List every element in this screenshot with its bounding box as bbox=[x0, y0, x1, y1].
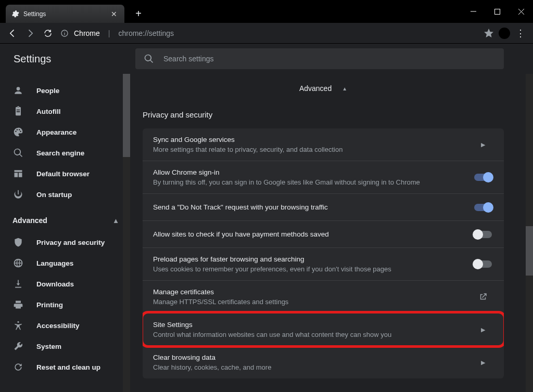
settings-row-allow-sites-to-check-if-you-have-payment-methods-saved[interactable]: Allow sites to check if you have payment… bbox=[143, 220, 504, 247]
power-icon bbox=[12, 189, 24, 200]
settings-row-send-a-do-not-track-request-with-your-browsing-traffic[interactable]: Send a "Do Not Track" request with your … bbox=[143, 193, 504, 220]
settings-header: Settings bbox=[0, 44, 533, 74]
restore-icon bbox=[12, 361, 24, 373]
advanced-section-toggle[interactable]: Advanced ▲ bbox=[143, 74, 504, 103]
gear-icon bbox=[11, 10, 19, 18]
search-icon bbox=[12, 147, 24, 159]
settings-row-site-settings[interactable]: Site SettingsControl what information we… bbox=[143, 313, 504, 346]
sidebar-item-label: Reset and clean up bbox=[36, 363, 100, 371]
sidebar-item-label: Downloads bbox=[36, 280, 74, 288]
main-scrollbar-thumb[interactable] bbox=[526, 226, 533, 276]
toggle-switch[interactable] bbox=[474, 204, 492, 211]
settings-row-preload-pages-for-faster-browsing-and-searching[interactable]: Preload pages for faster browsing and se… bbox=[143, 247, 504, 280]
sidebar-item-label: Privacy and security bbox=[36, 239, 105, 246]
sidebar-item-label: Languages bbox=[36, 259, 73, 267]
row-title: Manage certificates bbox=[153, 288, 465, 296]
sidebar-item-on-startup[interactable]: On startup bbox=[0, 184, 130, 205]
reload-button[interactable] bbox=[41, 26, 55, 41]
settings-row-clear-browsing-data[interactable]: Clear browsing dataClear history, cookie… bbox=[143, 346, 504, 378]
tab-strip: Settings ✕ + bbox=[0, 0, 461, 23]
sidebar-item-label: Default browser bbox=[36, 170, 90, 178]
profile-avatar[interactable] bbox=[499, 28, 510, 39]
window-close-button[interactable] bbox=[509, 0, 533, 23]
settings-row-sync-and-google-services[interactable]: Sync and Google servicesMore settings th… bbox=[143, 128, 504, 161]
sidebar-item-default-browser[interactable]: Default browser bbox=[0, 163, 130, 184]
sidebar-item-privacy-and-security[interactable]: Privacy and security bbox=[0, 232, 130, 253]
settings-sidebar: PeopleAutofillAppearanceSearch engineDef… bbox=[0, 74, 130, 392]
sidebar-item-label: Search engine bbox=[36, 149, 84, 157]
maximize-button[interactable] bbox=[485, 0, 509, 23]
sidebar-item-accessibility[interactable]: Accessibility bbox=[0, 315, 130, 336]
new-tab-button[interactable]: + bbox=[131, 6, 146, 21]
toggle-switch[interactable] bbox=[474, 174, 492, 181]
row-title: Site Settings bbox=[153, 321, 465, 329]
chevron-right-icon: ▶ bbox=[481, 359, 485, 366]
back-button[interactable] bbox=[5, 26, 20, 41]
row-title: Send a "Do Not Track" request with your … bbox=[153, 203, 465, 211]
row-title: Allow Chrome sign-in bbox=[153, 168, 465, 176]
print-icon bbox=[12, 299, 24, 310]
globe-icon bbox=[12, 257, 24, 269]
search-input[interactable] bbox=[163, 55, 496, 63]
shield-icon bbox=[12, 237, 24, 248]
chevron-right-icon: ▶ bbox=[481, 141, 485, 148]
minimize-button[interactable] bbox=[461, 0, 485, 23]
bookmark-star-icon[interactable] bbox=[484, 29, 493, 38]
tab-title: Settings bbox=[23, 10, 46, 18]
settings-search[interactable] bbox=[135, 48, 504, 69]
address-path: chrome://settings bbox=[118, 29, 174, 37]
person-icon bbox=[12, 85, 24, 96]
row-subtitle: Clear history, cookies, cache, and more bbox=[153, 363, 465, 371]
window-titlebar: Settings ✕ + bbox=[0, 0, 533, 23]
sidebar-item-label: On startup bbox=[36, 191, 72, 199]
browser-tab[interactable]: Settings ✕ bbox=[5, 4, 125, 23]
section-title: Privacy and security bbox=[143, 103, 504, 128]
sidebar-item-downloads[interactable]: Downloads bbox=[0, 273, 130, 294]
sidebar-item-search-engine[interactable]: Search engine bbox=[0, 142, 130, 163]
row-subtitle: Uses cookies to remember your preference… bbox=[153, 265, 465, 273]
sidebar-item-system[interactable]: System bbox=[0, 336, 130, 357]
toggle-switch[interactable] bbox=[474, 260, 492, 268]
open-external-icon bbox=[478, 292, 488, 302]
clipboard-icon bbox=[12, 106, 24, 117]
toggle-switch[interactable] bbox=[474, 231, 492, 238]
tab-close-button[interactable]: ✕ bbox=[109, 9, 119, 19]
sidebar-item-printing[interactable]: Printing bbox=[0, 294, 130, 315]
wrench-icon bbox=[12, 341, 24, 352]
browser-menu-button[interactable]: ⋮ bbox=[513, 28, 528, 39]
sidebar-item-languages[interactable]: Languages bbox=[0, 253, 130, 273]
settings-main: Advanced ▲ Privacy and security Sync and… bbox=[130, 74, 533, 392]
site-info-icon[interactable] bbox=[60, 29, 69, 37]
sidebar-item-reset-and-clean-up[interactable]: Reset and clean up bbox=[0, 357, 130, 377]
forward-button[interactable] bbox=[23, 26, 37, 41]
sidebar-item-appearance[interactable]: Appearance bbox=[0, 122, 130, 142]
sidebar-advanced-toggle[interactable]: Advanced ▴ bbox=[0, 209, 130, 232]
search-icon bbox=[144, 54, 154, 64]
sidebar-scrollbar-thumb[interactable] bbox=[123, 74, 130, 157]
svg-rect-0 bbox=[494, 9, 500, 14]
row-subtitle: Control what information websites can us… bbox=[153, 331, 465, 338]
browser-toolbar: Chrome | chrome://settings ⋮ bbox=[0, 23, 533, 44]
sidebar-item-label: Autofill bbox=[36, 108, 61, 115]
row-subtitle: By turning this off, you can sign in to … bbox=[153, 178, 465, 186]
row-subtitle: Manage HTTPS/SSL certificates and settin… bbox=[153, 298, 465, 306]
settings-row-allow-chrome-sign-in[interactable]: Allow Chrome sign-inBy turning this off,… bbox=[143, 161, 504, 193]
sidebar-item-label: Appearance bbox=[36, 128, 77, 136]
window-controls bbox=[461, 0, 533, 23]
row-title: Clear browsing data bbox=[153, 354, 465, 361]
sidebar-item-label: Printing bbox=[36, 301, 63, 309]
browser-icon bbox=[12, 168, 24, 179]
address-bar[interactable]: Chrome | chrome://settings bbox=[58, 26, 496, 41]
chevron-right-icon: ▶ bbox=[481, 326, 485, 333]
row-subtitle: More settings that relate to privacy, se… bbox=[153, 146, 465, 153]
row-title: Sync and Google services bbox=[153, 136, 465, 143]
page-title: Settings bbox=[0, 53, 135, 65]
privacy-card: Sync and Google servicesMore settings th… bbox=[143, 128, 504, 378]
sidebar-item-label: Accessibility bbox=[36, 322, 80, 330]
sidebar-item-people[interactable]: People bbox=[0, 80, 130, 101]
chevron-up-icon: ▴ bbox=[114, 216, 118, 225]
row-title: Allow sites to check if you have payment… bbox=[153, 230, 465, 238]
sidebar-item-autofill[interactable]: Autofill bbox=[0, 101, 130, 122]
row-title: Preload pages for faster browsing and se… bbox=[153, 255, 465, 263]
settings-row-manage-certificates[interactable]: Manage certificatesManage HTTPS/SSL cert… bbox=[143, 280, 504, 313]
